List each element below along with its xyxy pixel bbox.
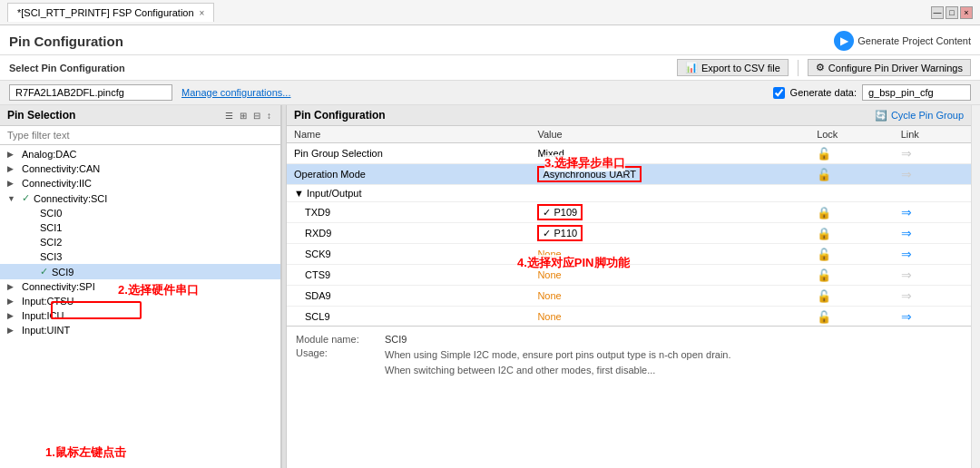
link-cell[interactable]: ⇒ — [894, 307, 971, 327]
table-row[interactable]: Pin Group SelectionMixed🔓⇒ — [287, 143, 971, 164]
pin-value[interactable]: ✓ P109 — [530, 202, 809, 223]
tree-item[interactable]: SCI2 — [0, 235, 280, 249]
main-header: Pin Configuration ▶ Generate Project Con… — [0, 25, 980, 55]
lock-cell[interactable]: 🔒 — [809, 223, 894, 244]
title-tab[interactable]: *[SCI_RTT_PRINTF] FSP Configuration × — [7, 3, 214, 22]
tree-item[interactable]: ▶Input:CTSU — [0, 294, 280, 308]
lock-cell[interactable]: 🔓 — [809, 164, 894, 185]
configure-warnings-btn[interactable]: ⚙ Configure Pin Driver Warnings — [808, 59, 971, 76]
panel-icon-group: ☰ ⊞ ⊟ ↕ — [223, 110, 273, 122]
lock-cell — [809, 185, 894, 202]
pincfg-input[interactable] — [9, 84, 172, 101]
table-row[interactable]: TXD9✓ P109🔒⇒ — [287, 202, 971, 223]
export-csv-btn[interactable]: 📊 Export to CSV file — [677, 59, 789, 76]
lock-cell[interactable]: 🔓 — [809, 143, 894, 164]
generate-label: Generate Project Content — [858, 35, 971, 46]
tree-item-label: SCI3 — [40, 251, 62, 262]
tree-item[interactable]: ▶Input:UINT — [0, 323, 280, 337]
pin-name: RXD9 — [287, 223, 530, 244]
pin-name: ▼ Input/Output — [287, 185, 530, 202]
pin-name: Pin Group Selection — [287, 143, 530, 164]
tree-item-label: Connectivity:IIC — [22, 178, 92, 189]
lock-cell[interactable]: 🔒 — [809, 202, 894, 223]
pin-value[interactable]: Asynchronous UART — [530, 164, 809, 185]
pin-value[interactable]: None — [530, 286, 809, 307]
link-cell[interactable]: ⇒ — [894, 265, 971, 286]
tree-item-label: SCI1 — [40, 222, 62, 233]
filter-input[interactable] — [0, 126, 280, 145]
sort-icon[interactable]: ↕ — [265, 110, 273, 122]
link-cell[interactable]: ⇒ — [894, 164, 971, 185]
tree-item[interactable]: ✓SCI9 — [0, 264, 280, 279]
table-row[interactable]: SCL9None🔓⇒ — [287, 307, 971, 327]
module-info: Module name: SCI9 Usage: When using Simp… — [287, 326, 971, 387]
table-row[interactable]: ▼ Input/Output — [287, 185, 971, 202]
lock-cell[interactable]: 🔓 — [809, 265, 894, 286]
tree-item-label: Analog:DAC — [22, 149, 77, 160]
pin-value[interactable] — [530, 185, 809, 202]
tree-item[interactable]: SCI0 — [0, 206, 280, 220]
link-cell[interactable]: ⇒ — [894, 143, 971, 164]
collapse-all-icon[interactable]: ⊟ — [251, 110, 262, 122]
manage-configurations-link[interactable]: Manage configurations... — [181, 87, 290, 98]
lock-cell[interactable]: 🔓 — [809, 286, 894, 307]
toolbar-row: Select Pin Configuration 📊 Export to CSV… — [0, 55, 980, 81]
generate-project-btn[interactable]: ▶ Generate Project Content — [834, 31, 971, 51]
link-cell[interactable]: ⇒ — [894, 223, 971, 244]
link-cell[interactable]: ⇒ — [894, 244, 971, 265]
pin-name: CTS9 — [287, 265, 530, 286]
tree-item-label: Connectivity:SPI — [22, 281, 95, 292]
lock-cell[interactable]: 🔓 — [809, 244, 894, 265]
pin-table-body: Pin Group SelectionMixed🔓⇒Operation Mode… — [287, 143, 971, 327]
tree-item[interactable]: ▶Connectivity:SPI — [0, 279, 280, 294]
right-panel-header: Pin Configuration 🔄 Cycle Pin Group — [287, 105, 971, 126]
tree-item[interactable]: ▶Input:ICU — [0, 308, 280, 323]
page-title: Pin Configuration — [9, 34, 123, 49]
pin-value[interactable]: None — [530, 307, 809, 327]
cycle-pin-group-btn[interactable]: 🔄 Cycle Pin Group — [875, 110, 964, 122]
table-row[interactable]: SDA9None🔓⇒ — [287, 286, 971, 307]
lock-cell[interactable]: 🔓 — [809, 307, 894, 327]
link-cell[interactable]: ⇒ — [894, 286, 971, 307]
content-wrapper: Pin Selection ☰ ⊞ ⊟ ↕ ▶Analog:DAC▶Connec… — [0, 105, 980, 468]
module-usage-text: When using Simple I2C mode, ensure port … — [385, 347, 731, 377]
pin-name: SCK9 — [287, 244, 530, 265]
module-name-value: SCI9 — [385, 334, 407, 345]
col-link: Link — [894, 126, 971, 143]
generate-data-area: Generate data: — [773, 84, 971, 101]
tree-item[interactable]: ▶Analog:DAC — [0, 147, 280, 161]
module-usage-row: Usage: When using Simple I2C mode, ensur… — [296, 347, 962, 377]
table-row[interactable]: SCK9None🔓⇒ — [287, 244, 971, 265]
tree-item[interactable]: SCI3 — [0, 249, 280, 264]
col-value: Value — [530, 126, 809, 143]
pin-value[interactable]: Mixed — [530, 143, 809, 164]
pin-value[interactable]: None — [530, 265, 809, 286]
table-row[interactable]: CTS9None🔓⇒ — [287, 265, 971, 286]
list-icon[interactable]: ☰ — [223, 110, 235, 122]
pin-value[interactable]: None — [530, 244, 809, 265]
tree-item-label: SCI0 — [40, 208, 62, 219]
table-row[interactable]: Operation ModeAsynchronous UART🔓⇒ — [287, 164, 971, 185]
tree-item[interactable]: ▼✓Connectivity:SCI — [0, 190, 280, 206]
generate-data-checkbox[interactable] — [773, 87, 785, 99]
tree-item-label: SCI2 — [40, 237, 62, 248]
tab-close-btn[interactable]: × — [200, 8, 205, 18]
tree-item[interactable]: ▶Connectivity:IIC — [0, 176, 280, 190]
generate-data-input[interactable] — [862, 84, 971, 101]
expand-all-icon[interactable]: ⊞ — [238, 110, 249, 122]
chevron-icon: ▶ — [7, 179, 18, 188]
pin-name: SDA9 — [287, 286, 530, 307]
link-cell[interactable]: ⇒ — [894, 202, 971, 223]
chevron-icon: ▶ — [7, 164, 18, 173]
tree-item[interactable]: SCI1 — [0, 220, 280, 235]
table-row[interactable]: RXD9✓ P110🔒⇒ — [287, 223, 971, 244]
pin-value[interactable]: ✓ P110 — [530, 223, 809, 244]
right-scrollbar[interactable] — [971, 105, 980, 468]
pin-table-scroll: Name Value Lock Link Pin Group Selection… — [287, 126, 971, 326]
win-max-btn[interactable]: □ — [946, 6, 958, 19]
cycle-icon: 🔄 — [875, 110, 887, 122]
tree-item[interactable]: ▶Connectivity:CAN — [0, 161, 280, 176]
win-close-btn[interactable]: × — [960, 6, 973, 19]
win-min-btn[interactable]: — — [931, 6, 944, 19]
toolbar-separator — [798, 60, 799, 76]
